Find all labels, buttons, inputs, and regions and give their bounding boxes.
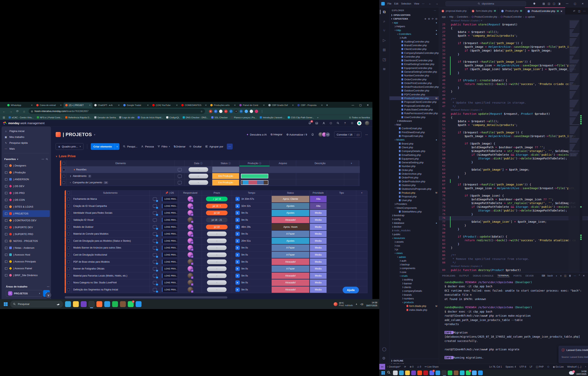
layout-toggle[interactable]: ▤: [543, 2, 545, 5]
status-item[interactable]: ⟳: [402, 366, 408, 368]
taskbar-app-notes[interactable]: [460, 371, 465, 375]
tree-item[interactable]: OrderController.php: [389, 77, 439, 81]
status-cell[interactable]: Atrasado!: [271, 258, 310, 265]
column-header[interactable]: Prazo: [202, 190, 232, 195]
assignee-cell[interactable]: [179, 244, 202, 251]
tree-item[interactable]: ConfirmEmail.php: [389, 126, 439, 130]
os-link[interactable]: LOVE PRIV...: [160, 203, 179, 209]
progress-cell[interactable]: [239, 167, 270, 173]
subitem-row[interactable]: Validação ID VisualLOVE PRIV...jul 18 - …: [65, 217, 367, 224]
command-center-search[interactable]: cbpsistema: [446, 1, 526, 6]
tray-icon[interactable]: ◁)): [360, 303, 363, 305]
discover-ai-button[interactable]: ✦Descubra a IA: [246, 133, 267, 136]
select-all-checkbox[interactable]: [61, 160, 67, 166]
nav-button[interactable]: →: [9, 110, 13, 113]
open-editors-section[interactable]: ❯OPEN EDITORS: [389, 13, 439, 17]
tree-item[interactable]: GeneralSettingController.php: [389, 70, 439, 74]
history-nav[interactable]: ←: [429, 2, 431, 5]
activity-files-icon[interactable]: ⧉: [383, 10, 386, 14]
sidebar-board-item[interactable]: | OS CON: [3, 196, 50, 203]
taskbar-app-vscode[interactable]: [436, 371, 440, 375]
vscode-code-editor[interactable]: Windsurf: Refactor | Explain | ✕25public…: [439, 19, 588, 272]
browser-tab[interactable]: Caixa de entrad✕: [34, 103, 64, 108]
tab-close-icon[interactable]: ✕: [176, 104, 178, 106]
tree-item[interactable]: EmailSetting.php: [389, 153, 439, 157]
outline-section[interactable]: ❯OUTLINE: [389, 359, 439, 363]
subitem-row[interactable]: Modelo de Outdoor1LOVE PRIV...jul 18▶46m…: [65, 223, 367, 230]
status-cell[interactable]: A Fazer: [271, 265, 310, 272]
element-name[interactable]: ❯Atendimento 2: [67, 173, 175, 179]
priority-cell[interactable]: Media: [310, 265, 327, 272]
tree-item[interactable]: ❯clients: [389, 285, 439, 289]
type-cell[interactable]: [327, 265, 356, 272]
sidebar-board-item[interactable]: | Produção: [3, 169, 50, 176]
status-cell[interactable]: A Fazer: [271, 230, 310, 237]
sidebar-board-item[interactable]: | Acessos Painel: [3, 265, 50, 272]
browser-tab[interactable]: Google Tradut✕: [121, 103, 150, 108]
status-item[interactable]: { } PHP: [534, 366, 545, 368]
subitem-name[interactable]: Banner de Fotógrafos Oficiais: [71, 265, 150, 272]
time-cell[interactable]: ▶0m 0s: [232, 244, 271, 251]
invite-button[interactable]: Convidar / 16(-): [334, 131, 362, 138]
table-row[interactable]: ♦Reuniões-: [60, 167, 360, 173]
status-cell[interactable]: [212, 167, 239, 173]
breadcrumb-item[interactable]: ⬡ProductController.php: [471, 15, 497, 18]
tree-item[interactable]: AuditingController.php: [389, 40, 439, 43]
taskbar-app-filezilla[interactable]: [423, 371, 428, 375]
play-timer-button[interactable]: ▶: [235, 267, 240, 271]
status-cell[interactable]: Ajustes: [271, 238, 310, 244]
chat-icon[interactable]: 1: [150, 244, 160, 251]
window-control[interactable]: —: [566, 2, 568, 5]
favorites-menu-icon[interactable]: ⋯: [42, 158, 44, 161]
star-icon[interactable]: ☆: [201, 110, 203, 113]
breadcrumb-item[interactable]: ◇update: [525, 15, 535, 18]
bookmark[interactable]: Referência Rápida D...: [65, 116, 91, 119]
explorer-action-icon[interactable]: ⊕: [424, 17, 426, 20]
time-cell[interactable]: ▶0m 0s: [232, 272, 271, 279]
play-timer-button[interactable]: ▶: [235, 204, 240, 208]
help-button[interactable]: Ajuda: [342, 287, 359, 293]
chat-icon[interactable]: 4: [150, 196, 160, 202]
layout-toggle[interactable]: ◨: [558, 2, 560, 5]
play-timer-button[interactable]: ▶: [235, 211, 240, 215]
play-timer-button[interactable]: ▶: [235, 218, 240, 222]
sidebar-board-item[interactable]: | Notas - Anderson: [3, 244, 50, 251]
time-cell[interactable]: ▶0m 0s: [232, 258, 271, 265]
window-control[interactable]: ▢: [574, 2, 576, 5]
assignee-cell[interactable]: [179, 251, 202, 258]
tree-item[interactable]: ❯Middleware: [389, 119, 439, 123]
tab-close-icon[interactable]: ✕: [118, 104, 120, 106]
tree-item[interactable]: OutdoorController.php: [389, 89, 439, 93]
tab-close-icon[interactable]: ✕: [89, 104, 91, 106]
shell-label[interactable]: bash: [547, 274, 553, 277]
search-button[interactable]: [336, 121, 340, 125]
tree-item[interactable]: ClientController.php: [389, 47, 439, 51]
column-header[interactable]: Prioridade: [310, 190, 327, 195]
due-date-cell[interactable]: -: [202, 251, 232, 258]
tree-item[interactable]: OrderProduction.php: [389, 179, 439, 183]
tree-item[interactable]: ❯components: [389, 266, 439, 270]
subitem-name[interactable]: Card de Divulgação Institucional: [71, 251, 150, 258]
favorites-header[interactable]: Favoritos∨⋯: [1, 155, 51, 162]
sidebar-nav-item[interactable]: ϟPesquisa rápida: [1, 140, 51, 146]
weather-cloud-icon[interactable]: 7: [569, 371, 574, 375]
tree-item[interactable]: ❯public: [389, 232, 439, 236]
column-header[interactable]: Tipo: [327, 190, 356, 195]
sidebar-board-item[interactable]: NOTAS - PROJETOS: [3, 238, 50, 244]
tree-item[interactable]: Equipment.php: [389, 157, 439, 161]
row-checkbox[interactable]: [66, 209, 71, 216]
bookmark[interactable]: Introdução | laravel-...: [260, 116, 285, 119]
description-cell[interactable]: [296, 179, 344, 186]
tree-item[interactable]: PublicStateController.php: [389, 108, 439, 111]
os-link[interactable]: LOVE PRIV...: [160, 258, 179, 265]
copilot-icon[interactable]: ⚉: [533, 2, 535, 5]
priority-cell[interactable]: Media: [310, 286, 327, 293]
tab-close-icon[interactable]: ✕: [292, 104, 294, 106]
settings-gear-icon[interactable]: ⚙: [382, 356, 386, 361]
menu-file[interactable]: File: [387, 2, 391, 5]
priority-cell[interactable]: Media: [310, 279, 327, 286]
tree-item[interactable]: index.blade.php: [389, 308, 439, 312]
sidebar-nav-item[interactable]: ⌂Página inicial: [1, 128, 51, 134]
kill-terminal-icon[interactable]: 🗑: [569, 274, 571, 277]
file-cell[interactable]: [270, 179, 296, 186]
